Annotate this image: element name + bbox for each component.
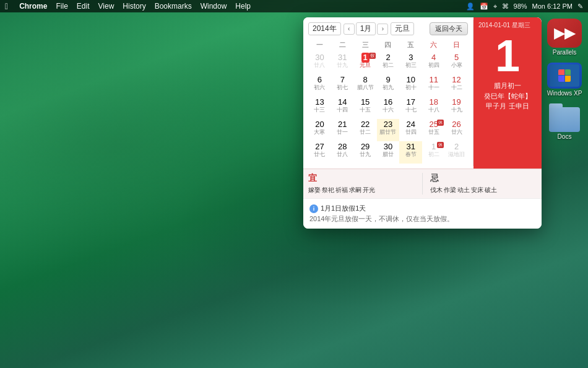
- cal-day[interactable]: 27廿七: [308, 141, 331, 164]
- cal-day-num: 23: [384, 120, 392, 129]
- cal-day[interactable]: 10初十: [399, 74, 422, 97]
- cal-day[interactable]: 休1初二: [422, 141, 445, 164]
- cal-day[interactable]: 30腊廿: [377, 141, 400, 164]
- cal-day-lunar: 初九: [383, 85, 394, 90]
- cal-day-num: 19: [452, 97, 460, 107]
- cal-header: 2014年 ‹ 1月 › 元旦 返回今天: [308, 22, 468, 35]
- weekday-tue: 二: [331, 39, 354, 51]
- yi-title: 宜: [308, 173, 415, 184]
- cal-day-lunar: 春节: [405, 152, 417, 157]
- parallels-symbol: ▶▶: [554, 25, 575, 42]
- yi-items: 嫁娶祭祀祈福求嗣开光: [308, 186, 415, 195]
- cal-day[interactable]: 2滋地旧: [445, 141, 468, 164]
- menu-edit[interactable]: Edit: [77, 2, 90, 11]
- cal-day[interactable]: 15十五: [354, 97, 377, 119]
- cal-day-num: 14: [338, 97, 347, 107]
- cal-day-num: 13: [315, 97, 324, 107]
- menu-window[interactable]: Window: [201, 2, 227, 11]
- cal-day[interactable]: 13十三: [308, 97, 331, 119]
- cal-day[interactable]: 30廿八: [308, 52, 331, 74]
- cal-day[interactable]: 7初七: [331, 74, 354, 97]
- cal-era: 元旦: [391, 22, 414, 35]
- calendar-widget: 2014年 ‹ 1月 › 元旦 返回今天 一 二 三 四: [303, 17, 542, 229]
- cal-day-lunar: 十三: [314, 107, 325, 113]
- cal-day[interactable]: 18十八: [422, 97, 445, 119]
- menu-bookmarks[interactable]: Bookmarks: [155, 2, 192, 11]
- cal-right-date: 2014-01-01 星期三: [478, 21, 530, 30]
- cal-day[interactable]: 19十九: [445, 97, 468, 119]
- menu-view[interactable]: View: [98, 2, 115, 11]
- cal-day-lunar: 初三: [405, 63, 417, 68]
- cal-day-lunar: 初六: [314, 85, 325, 90]
- cal-day[interactable]: 12十二: [445, 74, 468, 97]
- cal-day-num: 2: [454, 142, 459, 152]
- cal-day-lunar: 腊廿节: [379, 129, 396, 135]
- menu-wifi-icon[interactable]: ⌘: [502, 2, 509, 11]
- cal-day[interactable]: 17十七: [399, 97, 422, 119]
- cal-day[interactable]: 31廿九: [331, 52, 354, 74]
- cal-day[interactable]: 假1元旦: [354, 52, 377, 74]
- parallels-label: Parallels: [553, 49, 576, 56]
- cal-day-num: 31: [407, 142, 415, 152]
- day-badge: 假: [369, 53, 376, 59]
- menu-help[interactable]: Help: [235, 2, 251, 11]
- cal-day[interactable]: 8腊八节: [354, 74, 377, 97]
- cal-day[interactable]: 休25廿五: [422, 119, 445, 141]
- cal-day[interactable]: 22廿二: [354, 119, 377, 141]
- cal-day[interactable]: 31春节: [399, 141, 422, 164]
- cal-today-btn[interactable]: 返回今天: [430, 22, 468, 35]
- cal-day[interactable]: 2初二: [377, 52, 400, 74]
- menu-calendar-icon[interactable]: 📅: [480, 2, 488, 11]
- cal-day-lunar: 腊八节: [357, 85, 374, 90]
- cal-day-lunar: 廿四: [405, 129, 417, 135]
- cal-month[interactable]: 1月: [356, 22, 376, 35]
- cal-day[interactable]: 16十六: [377, 97, 400, 119]
- cal-day-num: 6: [318, 75, 322, 85]
- cal-day[interactable]: 3初三: [399, 52, 422, 74]
- cal-day[interactable]: 26廿六: [445, 119, 468, 141]
- cal-day-lunar: 廿七: [314, 152, 325, 157]
- cal-day-lunar: 小寒: [451, 63, 462, 68]
- cal-day[interactable]: 23腊廿节: [377, 119, 400, 141]
- menu-datetime[interactable]: Mon 6:12 PM: [532, 2, 573, 10]
- cal-year-stems: 甲子月 壬申日: [484, 101, 532, 112]
- cal-day[interactable]: 11十一: [422, 74, 445, 97]
- apple-menu[interactable]: : [5, 1, 8, 11]
- cal-note-title: i 1月1日放假1天: [309, 204, 535, 213]
- cal-day-num: 3: [409, 53, 413, 63]
- cal-day-num: 27: [315, 142, 324, 152]
- docs-dock-item[interactable]: Docs: [546, 103, 583, 140]
- cal-day-num: 18: [429, 97, 438, 107]
- cal-prev-btn[interactable]: ‹: [344, 24, 355, 35]
- menu-spotlight[interactable]: ✎: [577, 2, 583, 11]
- cal-day-num: 1: [361, 53, 370, 63]
- cal-day-lunar: 元旦: [360, 63, 371, 68]
- cal-day[interactable]: 4初四: [422, 52, 445, 74]
- cal-year[interactable]: 2014年: [308, 22, 341, 35]
- cal-day[interactable]: 29廿九: [354, 141, 377, 164]
- winxp-q1: [558, 69, 564, 76]
- ji-section: 忌 伐木作梁动土安床破土: [430, 173, 537, 195]
- winxp-dock-item[interactable]: Windows XP: [546, 61, 583, 98]
- menu-file[interactable]: File: [56, 2, 67, 11]
- cal-day[interactable]: 14十四: [331, 97, 354, 119]
- cal-day-lunar: 廿一: [337, 129, 348, 135]
- cal-next-btn[interactable]: ›: [377, 24, 388, 35]
- cal-day[interactable]: 24廿四: [399, 119, 422, 141]
- parallels-dock-item[interactable]: ▶▶ Parallels: [546, 19, 583, 56]
- cal-day[interactable]: 6初六: [308, 74, 331, 97]
- cal-day[interactable]: 21廿一: [331, 119, 354, 141]
- cal-day-num: 30: [384, 142, 392, 152]
- cal-day[interactable]: 5小寒: [445, 52, 468, 74]
- menu-history[interactable]: History: [123, 2, 145, 11]
- cal-day-num: 30: [315, 53, 324, 63]
- cal-day-num: 12: [452, 75, 460, 85]
- menu-bluetooth-icon[interactable]: ⌖: [493, 2, 497, 11]
- cal-day-num: 15: [361, 97, 370, 107]
- cal-day-num: 29: [361, 142, 370, 152]
- cal-day[interactable]: 9初九: [377, 74, 400, 97]
- cal-day[interactable]: 20大寒: [308, 119, 331, 141]
- cal-day[interactable]: 28廿八: [331, 141, 354, 164]
- app-name[interactable]: Chrome: [19, 2, 47, 11]
- weekday-mon: 一: [308, 39, 331, 51]
